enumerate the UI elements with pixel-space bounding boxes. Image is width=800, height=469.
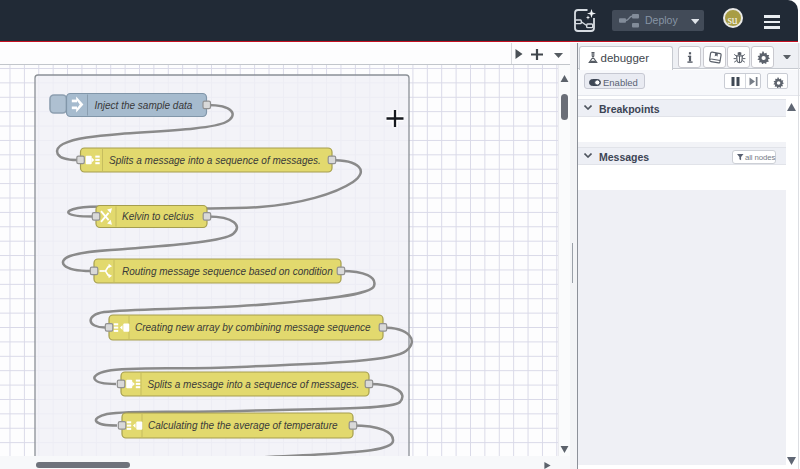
svg-text:Calculating the the average of: Calculating the the average of temperatu… — [148, 420, 338, 431]
svg-text:Kelvin to celcius: Kelvin to celcius — [122, 211, 194, 222]
svg-text:Splits a message into a sequen: Splits a message into a sequence of mess… — [109, 155, 321, 166]
svg-text:Creating new array by combinin: Creating new array by combining message … — [135, 322, 371, 333]
svg-text:Inject the sample data: Inject the sample data — [95, 100, 193, 111]
svg-text:Splits a message into a sequen: Splits a message into a sequence of mess… — [148, 379, 360, 390]
svg-text:Routing message sequence based: Routing message sequence based on condit… — [122, 266, 333, 277]
